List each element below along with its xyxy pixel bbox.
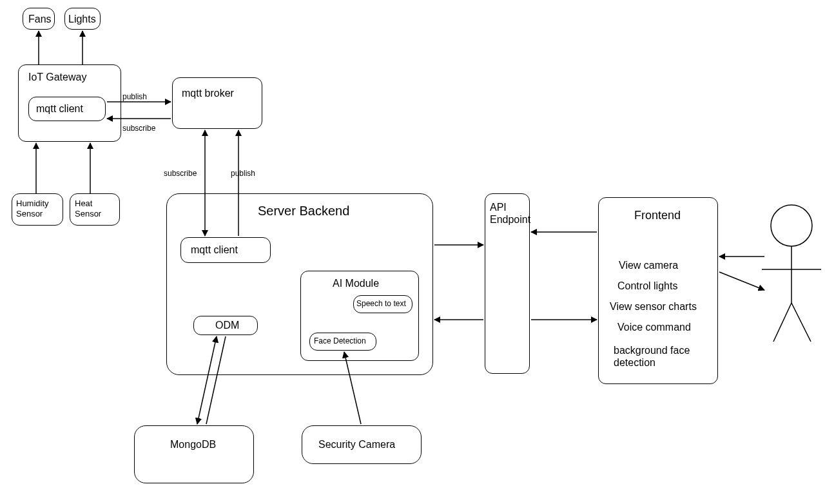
label-humidity-sensor: Humidity Sensor — [16, 199, 49, 218]
label-security-camera: Security Camera — [318, 438, 395, 451]
svg-line-16 — [719, 272, 764, 290]
label-mqtt-broker: mqtt broker — [182, 87, 234, 99]
label-mqtt-client-gateway: mqtt client — [36, 102, 83, 115]
label-server-backend: Server Backend — [258, 203, 349, 218]
architecture-diagram: Fans Lights IoT Gateway mqtt client mqtt… — [0, 0, 825, 504]
label-ai-module: AI Module — [333, 277, 379, 289]
label-api-endpoint: API Endpoint — [490, 201, 530, 226]
edge-label-publish-1: publish — [122, 92, 147, 101]
edge-label-subscribe-2: subscribe — [164, 169, 197, 178]
label-odm: ODM — [215, 319, 239, 331]
user-icon — [762, 205, 821, 342]
label-lights: Lights — [68, 13, 96, 25]
svg-line-20 — [773, 303, 791, 342]
label-fans: Fans — [28, 13, 52, 25]
label-frontend: Frontend — [634, 209, 681, 223]
label-speech-to-text: Speech to text — [356, 299, 406, 308]
label-view-camera: View camera — [619, 259, 678, 271]
node-mongodb — [134, 425, 254, 483]
label-heat-sensor: Heat Sensor — [75, 199, 101, 218]
label-voice-command: Voice command — [617, 321, 691, 333]
svg-line-21 — [791, 303, 811, 342]
svg-point-17 — [771, 205, 812, 246]
label-control-lights: Control lights — [617, 280, 677, 292]
label-face-detection: Face Detection — [314, 336, 366, 345]
edge-label-publish-2: publish — [231, 169, 255, 178]
edge-label-subscribe-1: subscribe — [122, 124, 155, 133]
label-mqtt-client-server: mqtt client — [191, 244, 238, 256]
node-mqtt-broker — [172, 77, 262, 129]
label-mongodb: MongoDB — [170, 438, 216, 451]
label-iot-gateway: IoT Gateway — [28, 71, 86, 83]
label-view-sensor-charts: View sensor charts — [610, 300, 697, 313]
label-bg-face-detect: background face detection — [614, 344, 690, 369]
